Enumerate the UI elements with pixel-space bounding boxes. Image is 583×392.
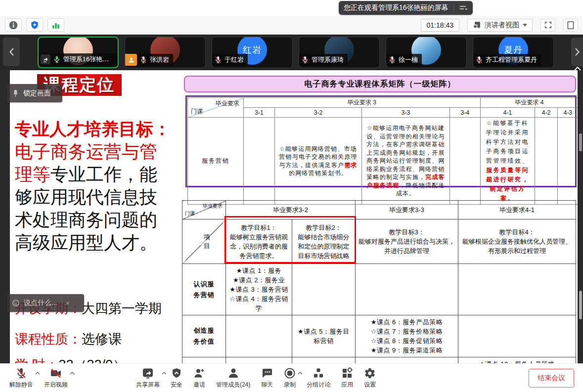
watching-banner-text: 您正在观看管理系16张艳丽的屏幕 <box>344 3 448 12</box>
participant-name-bar: 于红岩 <box>212 54 248 66</box>
share-screen-button[interactable]: 共享屏幕 <box>131 367 165 389</box>
toolbar-item-label: 聊天 <box>261 381 273 389</box>
matrix1-subheader: 3-2 <box>275 108 362 118</box>
matrix2-row-label: 创造服 务价值 <box>182 315 226 357</box>
invite-button[interactable]: 邀请 <box>188 367 211 389</box>
cell-text-red: 需求 <box>344 162 357 169</box>
apps-icon <box>341 367 353 379</box>
security-button[interactable]: 安全 <box>165 367 188 389</box>
semester-value: 大四第一学期 <box>82 301 162 316</box>
screen-sharing-badge <box>41 54 50 64</box>
breakout-icon <box>313 367 324 379</box>
matrix1-cell-3-1 <box>244 118 275 205</box>
matrix2-empty-cell <box>458 315 576 357</box>
record-button[interactable]: 录制 <box>278 367 301 389</box>
sidebar-panel-icon <box>567 21 575 30</box>
banner-menu-button[interactable] <box>453 3 468 12</box>
participant-name-bar: 徐一楠 <box>386 54 422 66</box>
meeting-timer: 01:18:43 <box>421 19 460 32</box>
matrix2-empty-cell <box>356 264 458 315</box>
person-icon <box>128 56 135 64</box>
course-nature-value: 选修课 <box>82 332 122 347</box>
participant-name-bar: 管理系16张艳丽... <box>39 53 118 65</box>
cell-text: ☆能够基于科学理论并采用科学方法对电子商务项目运营管理绩效、 <box>486 120 529 164</box>
video-options-chevron[interactable] <box>70 370 75 377</box>
settings-button[interactable]: 设置 <box>359 367 381 389</box>
network-quality-button[interactable] <box>47 18 64 32</box>
collapse-strip-button[interactable] <box>574 64 582 73</box>
matrix2-points-cell: ★课点 1：服务 ★课点 2：服务业 ★课点 3：服务营销 ☆课点 4：服务营销… <box>226 264 292 315</box>
matrix2-goal4-cell: 教学目标4： 能够根据企业服务接触优化人员管理、有形展示和过程管理 <box>458 219 576 264</box>
hamburger-caret-icon <box>459 4 468 11</box>
highlight-rectangle <box>224 216 356 263</box>
course-hours-line: 学 时：32（32/0） <box>15 356 126 363</box>
unmute-button[interactable]: 解除静音 <box>4 367 39 389</box>
cell-text: ，降低物流配送成本。 <box>396 182 445 197</box>
mic-muted-icon <box>15 367 27 379</box>
corner-label-bottom: 门课 <box>185 210 195 217</box>
meeting-info-button[interactable] <box>5 18 22 32</box>
matrix2-goal3-cell: 教学目标3： 能够对服务产品进行组合与决策，并进行品牌管理 <box>356 219 458 264</box>
mic-muted-icon <box>214 56 222 64</box>
matrix2-header-4-1: 毕业要求4-1 <box>458 201 576 219</box>
invite-icon <box>193 367 205 379</box>
matrix1-cell-3-3: ☆能够运用电子商务网站建设、运营管理的相关理论与方法，在客户需求调研基础上完成商… <box>362 118 450 205</box>
mic-muted-icon <box>139 56 147 64</box>
chat-input-pill[interactable]: 说点什么... × <box>7 294 84 312</box>
breakout-rooms-button[interactable]: 分组讨论 <box>301 367 336 389</box>
corner-label-bottom: 门课 <box>191 107 203 116</box>
emoji-icon <box>12 299 20 307</box>
matrix2-row-label: 传递服 务价值 <box>182 357 226 364</box>
corner-label-top: 毕业要求 <box>216 99 239 108</box>
matrix1-subheader: 4-3 <box>558 108 579 118</box>
matrix1-table: 毕业要求 门课 毕业要求 3 毕业要求 4 3-1 3-2 3-3 3-4 4-… <box>185 95 577 187</box>
view-mode-button[interactable]: 演讲者视图 <box>467 19 533 32</box>
chevron-up-icon <box>70 371 75 375</box>
start-video-button[interactable]: 开启视频 <box>39 367 73 389</box>
shield-plus-icon <box>30 20 40 30</box>
end-meeting-button[interactable]: 结束会议 <box>529 369 574 388</box>
matrix1-cell-3-2: ☆能够运用网络营销、市场营销与电子交易的相关原理与方法，提供满足客户需求的网络营… <box>275 118 362 205</box>
matrix1-subheader: 4-2 <box>535 108 558 118</box>
matrix2-table: 毕业要求 门课 毕业要求3-2 毕业要求3-3 毕业要求4-1 项 目 教学目标… <box>182 200 576 363</box>
manage-members-button[interactable]: 管理成员(24) <box>211 367 256 389</box>
matrix2-points-cell: ★课点 6：服务产品策略 ☆课点 7：服务价格策略 ☆课点 8：服务促销策略 ★… <box>356 315 458 357</box>
side-panel-button[interactable] <box>563 19 578 32</box>
members-icon <box>227 367 239 379</box>
shared-screen-right-edge <box>578 70 583 363</box>
toolbar-item-label: 管理成员(24) <box>216 381 250 389</box>
next-participants-button[interactable] <box>571 38 583 66</box>
scrollbar-thumb[interactable] <box>579 133 582 151</box>
participant-tile[interactable]: 管理系康琦 <box>299 37 380 68</box>
chevron-right-icon <box>575 47 580 56</box>
matrix1-cell-4-1: ☆能够基于科学理论并采用科学方法对电子商务项目运营管理绩效、服务质量等问题进行研… <box>481 118 535 205</box>
matrix2-points-cell: ★课点 5：服务目标营销 <box>292 315 356 357</box>
participant-tile[interactable]: 管理系16张艳丽... <box>38 37 119 68</box>
mic-on-icon <box>53 55 61 63</box>
participant-tile[interactable]: 张洪岩 <box>125 37 206 68</box>
chat-button[interactable]: 聊天 <box>256 367 278 389</box>
participant-name: 管理系16张艳丽... <box>63 55 114 64</box>
participant-tile[interactable]: 徐一楠 <box>386 37 467 68</box>
participant-name: 徐一楠 <box>399 55 418 64</box>
security-shield-button[interactable] <box>26 18 43 32</box>
mic-muted-icon <box>475 56 483 64</box>
shared-screen: 课程定位 锁定画面 电子商务专业课程体系矩阵（一级矩阵） 毕业要求 门课 毕业要… <box>0 70 583 363</box>
toolbar-item-label: 录制 <box>284 381 296 389</box>
matrix1-cell-4-3 <box>558 118 579 205</box>
lock-view-button[interactable]: 锁定画面 <box>7 84 62 102</box>
cell-text-red: 服务质量等问题进行研究，制定评估方案。 <box>486 167 529 202</box>
fullscreen-button[interactable] <box>540 19 555 32</box>
prev-participants-button[interactable] <box>3 38 20 66</box>
matrix2-empty-cell <box>356 357 458 364</box>
scrollbar-thumb[interactable] <box>579 291 582 319</box>
matrix1-title: 电子商务专业课程体系矩阵（一级矩阵） <box>305 79 456 89</box>
apps-button[interactable]: 应用 <box>336 367 359 389</box>
matrix1-subheader: 4-1 <box>481 108 535 118</box>
chat-close-icon[interactable]: × <box>61 300 70 307</box>
shared-screen-left-edge <box>0 70 10 363</box>
participant-tile[interactable]: 夏丹 齐工程管理系夏丹 <box>473 37 554 68</box>
participant-tile[interactable]: 红岩 于红岩 <box>212 37 293 68</box>
toolbar-item-label: 解除静音 <box>9 381 33 389</box>
view-mode-label: 演讲者视图 <box>485 21 519 30</box>
